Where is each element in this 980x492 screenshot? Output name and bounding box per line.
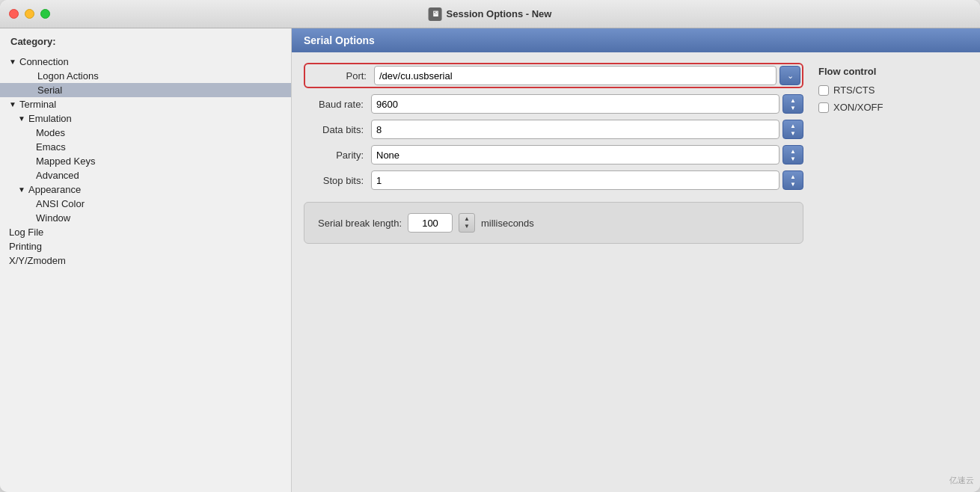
milliseconds-label: milliseconds [481,218,534,229]
sidebar-item-label: Terminal [18,99,56,110]
flow-control-label: Flow control [818,66,968,77]
sidebar-item-mapped-keys[interactable]: Mapped Keys [0,154,291,168]
baud-rate-label: Baud rate: [304,99,371,110]
watermark: 亿速云 [949,475,974,486]
arrow-icon: ▼ [7,100,18,108]
sidebar-item-connection[interactable]: ▼ Connection [0,55,291,69]
sidebar-item-ansi-color[interactable]: ANSI Color [0,197,291,211]
sidebar-item-label: Modes [34,127,65,138]
arrow-icon: ▼ [16,114,27,123]
baud-rate-stepper[interactable]: ▲ ▼ [783,94,803,114]
serial-break-input[interactable] [408,213,453,233]
sidebar-item-printing[interactable]: Printing [0,239,291,253]
sidebar-item-advanced[interactable]: Advanced [0,168,291,182]
xon-xoff-row: XON/XOFF [818,102,968,113]
port-input[interactable] [374,66,777,85]
sidebar-item-label: Connection [18,56,69,67]
sidebar-item-emulation[interactable]: ▼ Emulation [0,111,291,126]
port-label: Port: [307,70,374,82]
sidebar-item-label: X/Y/Zmodem [7,255,66,266]
main-content: Category: ▼ Connection Logon Actions Ser… [0,28,980,492]
sidebar-item-label: Mapped Keys [34,156,96,167]
form-left: Port: ⌄ Baud rate: 9600 [304,63,803,482]
sidebar-item-terminal[interactable]: ▼ Terminal [0,97,291,111]
titlebar: 🖥 Session Options - New [0,0,980,28]
stop-bits-select[interactable]: 1 [371,170,780,190]
sidebar-item-window[interactable]: Window [0,211,291,225]
sidebar-item-modes[interactable]: Modes [0,126,291,140]
sidebar-item-label: Emulation [27,113,72,124]
app-icon: 🖥 [429,7,442,21]
parity-wrapper: None ▲ ▼ [371,145,803,164]
rts-cts-checkbox[interactable] [818,85,829,96]
sidebar-item-log-file[interactable]: Log File [0,225,291,239]
serial-break-label: Serial break length: [318,218,402,229]
parity-select[interactable]: None [371,145,780,164]
arrow-icon: ▼ [16,185,27,194]
sidebar-item-label: Window [34,212,70,224]
baud-rate-row: Baud rate: 9600 ▲ ▼ [304,94,803,114]
close-button[interactable] [9,9,19,19]
sidebar-item-appearance[interactable]: ▼ Appearance [0,182,291,197]
data-bits-label: Data bits: [304,124,371,135]
sidebar-item-label: Log File [7,227,43,238]
form-area: Port: ⌄ Baud rate: 9600 [292,52,980,492]
maximize-button[interactable] [40,9,50,19]
arrow-icon: ▼ [7,58,18,66]
parity-label: Parity: [304,150,371,161]
serial-break-box: Serial break length: ▲ ▼ milliseconds [304,202,803,244]
minimize-button[interactable] [25,9,34,19]
rts-cts-row: RTS/CTS [818,84,968,96]
data-bits-stepper[interactable]: ▲ ▼ [783,120,803,139]
sidebar-item-label: Appearance [27,184,81,195]
xon-xoff-checkbox[interactable] [818,102,829,113]
port-row: Port: ⌄ [304,63,803,88]
sidebar: Category: ▼ Connection Logon Actions Ser… [0,28,292,492]
stop-bits-stepper[interactable]: ▲ ▼ [783,170,803,190]
sidebar-item-label: Advanced [34,170,79,181]
window-title: 🖥 Session Options - New [429,7,552,21]
category-header: Category: [0,28,291,52]
sidebar-item-xyzmodem[interactable]: X/Y/Zmodem [0,253,291,268]
window: 🖥 Session Options - New Category: ▼ Conn… [0,0,980,492]
title-text: Session Options - New [447,8,552,19]
sidebar-item-label: Logon Actions [36,70,99,82]
sidebar-item-label: Serial [36,84,62,96]
data-bits-select[interactable]: 8 [371,120,780,139]
baud-rate-wrapper: 9600 ▲ ▼ [371,94,803,114]
data-bits-wrapper: 8 ▲ ▼ [371,120,803,139]
stop-bits-row: Stop bits: 1 ▲ ▼ [304,170,803,190]
sidebar-item-label: Emacs [34,141,66,153]
stepper-down-icon: ▼ [464,223,470,230]
sidebar-item-label: Printing [7,241,42,252]
port-dropdown-button[interactable]: ⌄ [780,66,800,85]
right-panel: Serial Options Port: ⌄ Baud rate: [292,28,980,492]
flow-control-panel: Flow control RTS/CTS XON/XOFF [818,63,968,482]
stepper-up-icon: ▲ [464,215,470,223]
data-bits-row: Data bits: 8 ▲ ▼ [304,120,803,139]
sidebar-item-serial[interactable]: Serial [0,83,291,97]
sidebar-tree: ▼ Connection Logon Actions Serial ▼ Term… [0,52,291,271]
stop-bits-label: Stop bits: [304,175,371,186]
baud-rate-select[interactable]: 9600 [371,94,780,114]
stop-bits-wrapper: 1 ▲ ▼ [371,170,803,190]
sidebar-item-logon-actions[interactable]: Logon Actions [0,69,291,83]
sidebar-item-label: ANSI Color [34,198,85,209]
section-header: Serial Options [292,28,980,52]
serial-break-stepper[interactable]: ▲ ▼ [459,213,475,233]
parity-row: Parity: None ▲ ▼ [304,145,803,164]
parity-stepper[interactable]: ▲ ▼ [783,145,803,164]
rts-cts-label: RTS/CTS [833,84,875,96]
traffic-lights [9,9,50,19]
xon-xoff-label: XON/XOFF [833,102,883,113]
port-input-group: ⌄ [374,66,800,85]
sidebar-item-emacs[interactable]: Emacs [0,140,291,154]
